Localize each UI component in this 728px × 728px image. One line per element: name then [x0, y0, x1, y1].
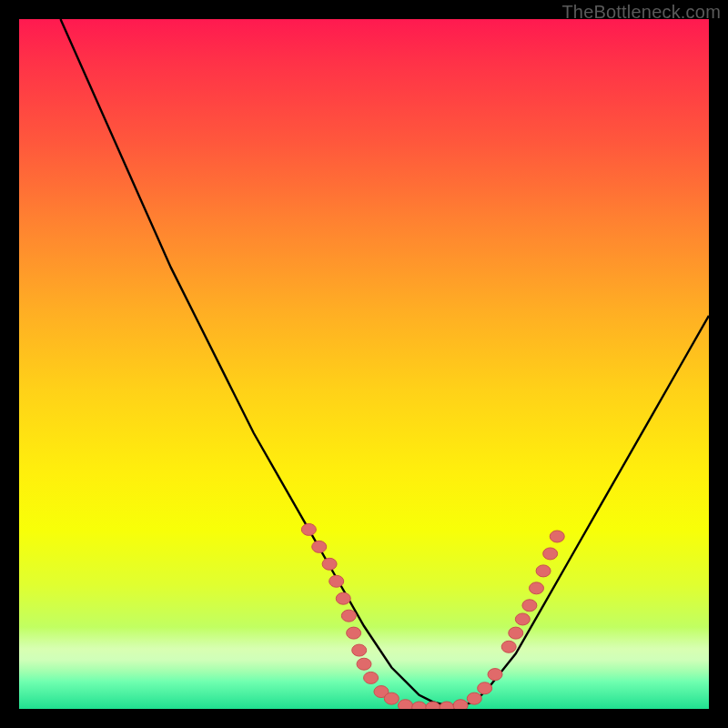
data-point	[357, 658, 371, 670]
data-point	[412, 702, 427, 709]
watermark-text: TheBottleneck.com	[561, 2, 721, 23]
data-point	[467, 693, 481, 704]
data-points	[301, 523, 564, 709]
data-point	[329, 575, 344, 587]
data-point	[341, 610, 356, 622]
data-point	[509, 627, 523, 639]
data-point	[515, 613, 530, 625]
data-point	[440, 702, 454, 709]
data-point	[312, 541, 327, 552]
data-point	[453, 700, 468, 709]
data-point	[347, 627, 361, 639]
data-point	[384, 693, 399, 704]
data-point	[478, 682, 492, 694]
plot-svg	[19, 19, 709, 709]
chart-frame	[19, 19, 709, 709]
data-point	[364, 672, 379, 683]
data-point	[550, 531, 564, 542]
data-point	[301, 523, 316, 535]
data-point	[536, 565, 551, 577]
data-point	[398, 700, 412, 709]
bottleneck-curve	[60, 19, 709, 705]
data-point	[543, 548, 558, 560]
data-point	[522, 600, 537, 612]
data-point	[322, 558, 337, 570]
data-point	[336, 592, 350, 604]
data-point	[352, 644, 367, 656]
data-point	[488, 669, 502, 681]
data-point	[501, 641, 516, 652]
data-point	[530, 582, 544, 594]
